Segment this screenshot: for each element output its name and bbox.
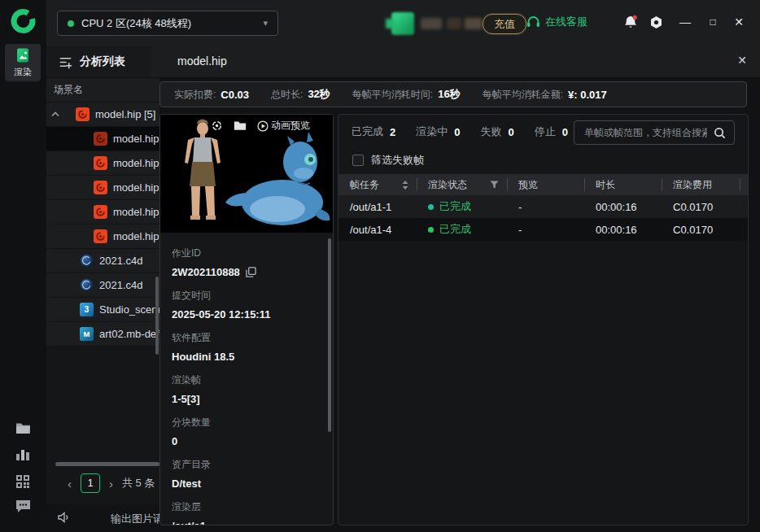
tree-item-c4d[interactable]: 2021.c4d — [46, 273, 159, 298]
next-page-button[interactable]: › — [109, 477, 113, 491]
prev-page-button[interactable]: ‹ — [68, 477, 72, 491]
block-count-value: 0 — [172, 435, 321, 447]
tree-item-label: model.hip [5] — [95, 108, 155, 120]
render-frames-value: 1-5[3] — [172, 393, 321, 405]
app-logo-icon — [8, 6, 38, 36]
maximize-button[interactable]: □ — [702, 11, 723, 33]
preview-cell: - — [507, 195, 584, 218]
houdini-file-icon — [76, 107, 90, 121]
horizontal-scrollbar[interactable] — [55, 462, 159, 466]
tab-bar: model.hip ✕ — [151, 46, 760, 78]
field-label: 资产目录 — [172, 458, 321, 472]
search-icon[interactable] — [714, 127, 726, 139]
duration-cell: 00:00:16 — [584, 218, 662, 241]
count-label: 渲染中 — [416, 124, 448, 139]
count-value: 0 — [562, 126, 568, 138]
tab-model-hip[interactable]: model.hip — [177, 55, 227, 68]
tree-item-label: model.hip — [113, 181, 159, 194]
close-button[interactable]: ✕ — [728, 11, 749, 33]
clipped-column — [740, 174, 749, 195]
filter-checkbox[interactable] — [352, 155, 364, 166]
software-config-value: Houdini 18.5 — [172, 351, 321, 363]
tree-item-studio-scene[interactable]: 3 Studio_scene — [46, 298, 159, 322]
online-support-label: 在线客服 — [545, 15, 587, 29]
preview-cell: - — [507, 218, 584, 241]
notification-dot — [633, 15, 637, 20]
houdini-file-icon — [94, 132, 107, 146]
stat-value: ¥: 0.017 — [568, 89, 607, 101]
cost-cell: C0.0170 — [662, 195, 740, 218]
copy-icon[interactable] — [246, 267, 256, 277]
tab-close-icon[interactable]: ✕ — [737, 54, 747, 67]
tree-item-c4d[interactable]: 2021.c4d — [46, 249, 159, 273]
filter-failed-frames[interactable]: 筛选失败帧 — [352, 153, 424, 168]
page-total: 共 5 条 — [122, 476, 155, 491]
field-label: 提交时间 — [172, 289, 321, 303]
feedback-chat-icon[interactable] — [15, 499, 31, 513]
stat-label: 实际扣费: — [174, 88, 216, 102]
stat-label: 总时长: — [271, 88, 303, 102]
frame-task-row[interactable]: /out/a1-1 已完成 - 00:00:16 C0.0170 — [339, 195, 748, 218]
tree-item-maya-file[interactable]: M art02.mb-def — [46, 322, 159, 347]
tree-item-model-hip-child[interactable]: model.hip — [46, 200, 159, 225]
recharge-button[interactable]: 充值 — [483, 14, 526, 34]
frame-search-input[interactable] — [583, 126, 709, 139]
frame-task-cell: /out/a1-4 — [339, 218, 417, 241]
zone-selector-label: CPU 2 区(24核 48线程) — [81, 16, 191, 31]
username-redacted — [421, 18, 442, 29]
tree-item-label: model.hip — [113, 133, 159, 145]
play-icon — [257, 120, 269, 132]
qr-code-icon[interactable] — [15, 474, 30, 489]
speaker-icon — [57, 511, 70, 524]
vertical-scrollbar[interactable] — [155, 277, 159, 355]
focus-target-icon[interactable] — [211, 120, 223, 132]
pagination: ‹ 1 › 共 5 条 — [46, 472, 159, 495]
avatar[interactable] — [391, 12, 414, 35]
scene-name-column-header: 场景名 — [46, 77, 159, 102]
sort-icon[interactable] — [402, 181, 408, 190]
houdini-file-icon — [94, 205, 107, 219]
tree-item-model-hip-parent[interactable]: model.hip [5] — [46, 102, 159, 127]
current-page[interactable]: 1 — [81, 473, 100, 493]
sidebar-item-render[interactable]: 渲染 — [5, 44, 41, 81]
zone-selector-dropdown[interactable]: CPU 2 区(24核 48线程) ▾ — [57, 11, 278, 36]
open-folder-icon[interactable] — [234, 120, 247, 131]
notifications-bell-icon[interactable] — [623, 15, 638, 30]
tree-item-model-hip-child[interactable]: model.hip — [46, 225, 159, 249]
houdini-file-icon — [94, 229, 107, 243]
cinema4d-file-icon — [80, 254, 94, 268]
tree-item-label: Studio_scene — [99, 303, 159, 316]
animation-preview-button[interactable]: 动画预览 — [257, 119, 310, 133]
frame-tasks-panel: 已完成2 渲染中0 失败0 停止0 筛选失败帧 帧任务 渲染状态 — [338, 114, 749, 525]
files-icon[interactable] — [15, 421, 31, 434]
count-label: 失败 — [480, 124, 501, 139]
minimize-button[interactable]: — — [675, 11, 696, 33]
status-dot — [428, 204, 434, 210]
tree-item-model-hip-child[interactable]: model.hip — [46, 127, 159, 151]
count-value: 0 — [508, 126, 513, 138]
job-fields: 作业ID 2W202110888 提交时间 2025-05-20 12:15:1… — [160, 233, 333, 525]
vertical-scrollbar[interactable] — [328, 238, 331, 432]
duration-cell: 00:00:16 — [584, 195, 662, 218]
statistics-icon[interactable] — [15, 447, 30, 461]
count-label: 停止 — [535, 124, 556, 139]
animation-preview-label: 动画预览 — [271, 119, 310, 133]
titlebar: CPU 2 区(24核 48线程) ▾ ▾ 充值 在线客服 — [46, 0, 760, 46]
settings-gear-icon[interactable] — [649, 15, 663, 29]
stat-label: 每帧平均消耗时间: — [352, 88, 433, 102]
frame-task-row[interactable]: /out/a1-4 已完成 - 00:00:16 C0.0170 — [339, 218, 748, 241]
filter-funnel-icon[interactable] — [490, 181, 499, 189]
houdini-file-icon — [94, 156, 107, 170]
online-support-button[interactable]: 在线客服 — [526, 15, 587, 29]
tree-item-model-hip-child[interactable]: model.hip — [46, 151, 159, 176]
submit-time-value: 2025-05-20 12:15:11 — [172, 308, 321, 321]
list-add-icon[interactable] — [59, 55, 72, 69]
count-value: 0 — [454, 126, 460, 138]
column-header: 帧任务 — [350, 178, 379, 192]
tree-item-label: model.hip — [113, 157, 159, 169]
tree-item-model-hip-child[interactable]: model.hip — [46, 176, 159, 200]
status-dot — [428, 227, 434, 233]
app-sidebar: 渲染 — [0, 0, 47, 532]
collapse-chevron-icon[interactable] — [51, 111, 59, 117]
field-label: 分块数量 — [172, 416, 321, 430]
